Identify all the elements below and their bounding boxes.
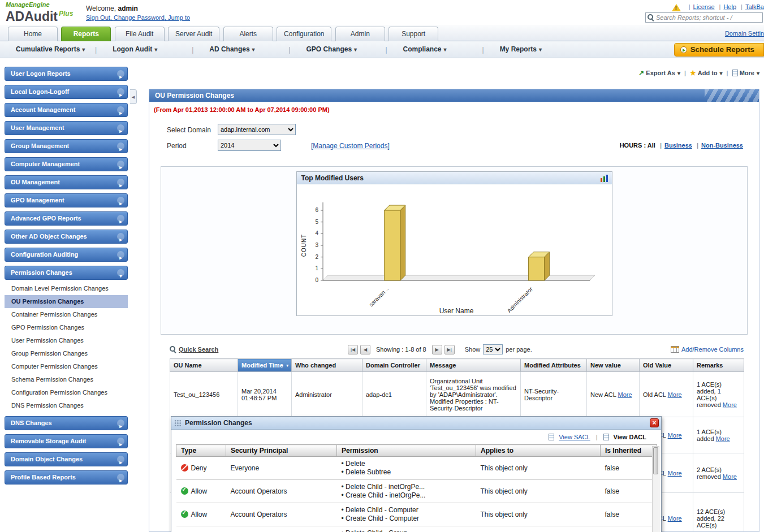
last-page-button[interactable]	[444, 345, 455, 354]
old-value-more-link[interactable]: More	[668, 470, 682, 477]
add-remove-columns-link[interactable]: Add/Remove Columns	[671, 346, 744, 353]
col-modified-time[interactable]: Modified Time	[238, 359, 292, 372]
perm-col-type[interactable]: Type	[176, 445, 226, 457]
perm-col-security-principal[interactable]: Security Principal	[226, 445, 337, 457]
subnav-ad-changes[interactable]: AD Changes	[193, 41, 288, 58]
col-modified-attributes[interactable]: Modified Attributes	[521, 359, 587, 372]
sidebar-subitem-gpo-permission-changes[interactable]: GPO Permission Changes	[5, 321, 128, 334]
scrollbar-thumb[interactable]	[653, 447, 658, 474]
subnav-my-reports[interactable]: My Reports	[484, 41, 579, 58]
drag-handle-icon[interactable]	[174, 419, 182, 427]
sidebar-item-other-ad-object-changes[interactable]: Other AD Object Changes	[5, 230, 128, 244]
old-value-more-link[interactable]: More	[668, 391, 682, 398]
sidebar-item-domain-object-changes[interactable]: Domain Object Changes	[5, 452, 128, 466]
sidebar-item-computer-management[interactable]: Computer Management	[5, 157, 128, 171]
cell-permission: Delete Delete Subtree	[337, 457, 476, 480]
tab-configuration[interactable]: Configuration	[277, 27, 331, 42]
close-button[interactable]	[650, 418, 659, 427]
sidebar-subitem-container-permission-changes[interactable]: Container Permission Changes	[5, 308, 128, 321]
schedule-reports-button[interactable]: Schedule Reports	[674, 43, 764, 57]
col-new-value[interactable]: New value	[587, 359, 640, 372]
tab-alerts[interactable]: Alerts	[223, 27, 273, 42]
col-old-value[interactable]: Old Value	[640, 359, 693, 372]
new-value-more-link[interactable]: More	[618, 391, 632, 398]
add-to-button[interactable]: Add to	[690, 69, 723, 77]
tab-reports[interactable]: Reports	[61, 27, 111, 42]
old-value-more-link[interactable]: More	[668, 432, 682, 439]
sidebar-item-user-management[interactable]: User Management	[5, 121, 128, 135]
domain-select[interactable]: adap.internal.com	[218, 124, 296, 135]
perm-col-is-inherited[interactable]: Is Inherited	[601, 445, 657, 457]
sidebar-item-advanced-gpo-reports[interactable]: Advanced GPO Reports	[5, 211, 128, 226]
adaudit-text: ADAudit	[6, 9, 58, 24]
sidebar-item-gpo-management[interactable]: GPO Management	[5, 193, 128, 207]
export-as-button[interactable]: Export As	[638, 69, 680, 77]
sidebar-item-profile-based-reports[interactable]: Profile Based Reports	[5, 470, 128, 485]
talkback-link[interactable]: TalkBa	[745, 3, 764, 10]
tab-home[interactable]: Home	[8, 27, 58, 42]
jump-to-link[interactable]: Jump to	[168, 14, 190, 21]
sidebar-item-user-logon-reports[interactable]: User Logon Reports	[5, 67, 128, 81]
sidebar-subitem-domain-level-permission-changes[interactable]: Domain Level Permission Changes	[5, 282, 128, 295]
sidebar-item-removable-storage-audit[interactable]: Removable Storage Audit	[5, 434, 128, 448]
subnav-cumulative-reports[interactable]: Cumulative Reports	[0, 41, 95, 58]
sidebar-subitem-computer-permission-changes[interactable]: Computer Permission Changes	[5, 360, 128, 373]
old-value-more-link[interactable]: More	[668, 515, 682, 522]
hours-non-business-link[interactable]: Non-Business	[701, 142, 743, 149]
period-select[interactable]: 2014	[218, 140, 281, 151]
quick-search-link[interactable]: Quick Search	[170, 346, 218, 353]
remarks-more-link[interactable]: More	[723, 473, 737, 480]
sidebar-item-account-management[interactable]: Account Management	[5, 103, 128, 117]
perm-col-permission[interactable]: Permission	[337, 445, 476, 457]
sidebar-collapse-handle[interactable]	[130, 89, 137, 104]
cell-permission: Delete Child - inetOrgPe... Create Child…	[337, 480, 476, 503]
sidebar-item-dns-changes[interactable]: DNS Changes	[5, 416, 128, 430]
remarks-more-link[interactable]: More	[716, 435, 730, 442]
modal-header[interactable]: Permission Changes	[171, 417, 661, 430]
domain-settings-link[interactable]: Domain Settin	[725, 30, 764, 37]
sidebar-subitem-dns-permission-changes[interactable]: DNS Permission Changes	[5, 399, 128, 412]
page-size-select[interactable]: 25	[483, 344, 503, 354]
col-who-changed[interactable]: Who changed	[292, 359, 362, 372]
help-link[interactable]: Help	[723, 3, 736, 10]
manage-custom-periods-link[interactable]: [Manage Custom Periods]	[311, 142, 390, 150]
sidebar-item-local-logon-logoff[interactable]: Local Logon-Logoff	[5, 85, 128, 99]
subnav-gpo-changes[interactable]: GPO Changes	[290, 41, 385, 58]
sidebar-subitem-ou-permission-changes[interactable]: OU Permission Changes	[5, 295, 128, 308]
first-page-button[interactable]	[348, 345, 358, 354]
col-ou-name[interactable]: OU Name	[170, 359, 238, 372]
col-domain-controller[interactable]: Domain Controller	[362, 359, 426, 372]
license-link[interactable]: License	[693, 3, 715, 10]
sidebar-subitem-user-permission-changes[interactable]: User Permission Changes	[5, 334, 128, 347]
search-input[interactable]	[656, 13, 761, 22]
warning-icon[interactable]	[672, 4, 681, 11]
sidebar-subitem-configuration-permission-changes[interactable]: Configuration Permission Changes	[5, 386, 128, 399]
next-page-button[interactable]	[432, 345, 442, 354]
sidebar-subitem-schema-permission-changes[interactable]: Schema Permission Changes	[5, 373, 128, 386]
view-sacl-link[interactable]: View SACL	[559, 434, 590, 440]
subnav-logon-audit[interactable]: Logon Audit	[97, 41, 192, 58]
perm-col-applies-to[interactable]: Applies to	[476, 445, 601, 457]
sidebar-item-ou-management[interactable]: OU Management	[5, 175, 128, 189]
sidebar-item-group-management[interactable]: Group Management	[5, 139, 128, 153]
scrollbar[interactable]	[652, 446, 659, 532]
view-dacl-link[interactable]: View DACL	[614, 434, 646, 440]
remarks-more-link[interactable]: More	[723, 401, 737, 408]
sign-out-link[interactable]: Sign Out	[86, 14, 114, 21]
app-logo[interactable]: ManageEngine ADAuditPlus	[6, 1, 73, 22]
previous-page-button[interactable]	[360, 345, 370, 354]
more-button[interactable]: More	[732, 70, 759, 76]
change-password-link[interactable]: Change Password	[114, 14, 168, 21]
chart-type-icon[interactable]	[601, 175, 608, 182]
sidebar-item-configuration-auditing[interactable]: Configuration Auditing	[5, 248, 128, 262]
hours-business-link[interactable]: Business	[664, 142, 692, 149]
sidebar-subitem-group-permission-changes[interactable]: Group Permission Changes	[5, 347, 128, 360]
tab-support[interactable]: Support	[389, 27, 438, 42]
subnav-compliance[interactable]: Compliance	[387, 41, 482, 58]
tab-admin[interactable]: Admin	[335, 27, 385, 42]
tab-file-audit[interactable]: File Audit	[115, 27, 165, 42]
tab-server-audit[interactable]: Server Audit	[168, 27, 219, 42]
col-message[interactable]: Message	[426, 359, 521, 372]
col-remarks[interactable]: Remarks	[693, 359, 744, 372]
sidebar-item-permission-changes[interactable]: Permission Changes	[5, 266, 128, 280]
